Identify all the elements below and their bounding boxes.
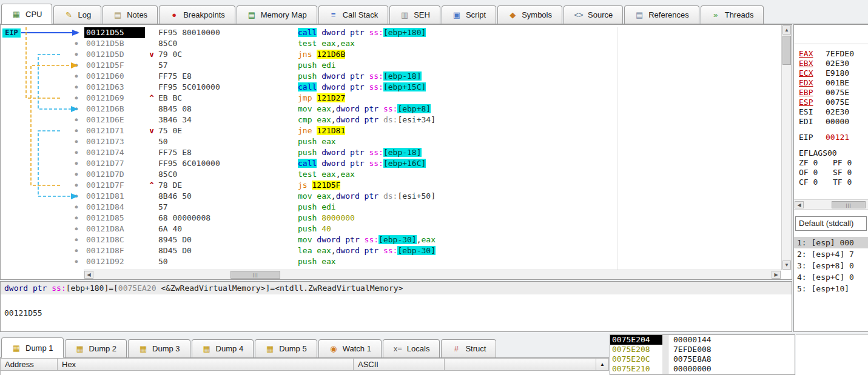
register-value[interactable]: 001BE xyxy=(826,78,849,87)
disasm-row[interactable]: ●00121D9250push eax xyxy=(1,256,781,267)
instruction-address[interactable]: 00121D6E xyxy=(84,114,145,125)
register-row[interactable]: EDX001BE xyxy=(799,78,868,88)
instruction-text[interactable]: lea eax,dword ptr ss:[ebp-30] xyxy=(298,245,781,256)
instruction-address[interactable]: 00121D81 xyxy=(84,191,145,202)
instruction-text[interactable]: push 8000000 xyxy=(298,213,781,224)
disasm-row[interactable]: ●00121D5Dv79 0Cjns 121D6B xyxy=(1,49,781,60)
instruction-bytes[interactable]: FF95 6C010000 xyxy=(158,158,298,169)
disasm-row[interactable]: ●00121D6E3B46 34cmp eax,dword ptr ds:[es… xyxy=(1,114,781,125)
instruction-text[interactable]: mov dword ptr ss:[ebp-30],eax xyxy=(298,234,781,245)
disasm-row[interactable]: ●00121D69^EB BCjmp 121D27 xyxy=(1,93,781,104)
instruction-bytes[interactable]: 6A 40 xyxy=(158,224,298,234)
instruction-text[interactable]: test eax,eax xyxy=(298,38,781,49)
instruction-text[interactable]: cmp eax,dword ptr ds:[esi+34] xyxy=(298,114,781,125)
register-row[interactable]: EBX02E30 xyxy=(799,59,868,68)
flag-value[interactable]: TF 0 xyxy=(833,178,867,187)
disasm-row[interactable]: ●00121D8568 00000008push 8000000 xyxy=(1,213,781,224)
tab-seh[interactable]: ▥SEH xyxy=(389,5,440,24)
tab-locals[interactable]: x=Locals xyxy=(383,339,440,357)
disasm-row[interactable]: ●00121D55FF95 80010000call dword ptr ss:… xyxy=(1,27,781,38)
instruction-bytes[interactable]: 50 xyxy=(158,136,298,147)
disasm-row[interactable]: ●00121D7F^78 DEjs 121D5F xyxy=(1,180,781,191)
breakpoint-dot[interactable]: ● xyxy=(69,180,84,191)
disasm-row[interactable]: ●00121D77FF95 6C010000call dword ptr ss:… xyxy=(1,158,781,169)
instruction-bytes[interactable]: 8B46 50 xyxy=(158,191,298,202)
instruction-text[interactable]: push edi xyxy=(298,60,781,71)
instruction-bytes[interactable]: 8945 D0 xyxy=(158,234,298,245)
register-row[interactable]: EDI00000 xyxy=(799,117,868,127)
instruction-address[interactable]: 00121D8C xyxy=(84,234,145,245)
stack-row[interactable]: 0075E2087EFDE008 xyxy=(610,345,795,354)
instruction-text[interactable]: push edi xyxy=(298,202,781,213)
stack-arg-row[interactable]: 5: [esp+10] xyxy=(794,283,868,294)
instruction-bytes[interactable]: 68 00000008 xyxy=(158,213,298,224)
stack-value[interactable]: 00000144 xyxy=(668,335,712,345)
breakpoint-dot[interactable]: ● xyxy=(69,60,84,71)
dump-scroll-up-icon[interactable]: ▲ xyxy=(596,358,609,371)
breakpoint-dot[interactable]: ● xyxy=(69,104,84,114)
instruction-text[interactable]: jns 121D6B xyxy=(298,49,781,60)
instruction-text[interactable]: push eax xyxy=(298,256,781,267)
register-value[interactable]: 0075E xyxy=(826,88,849,97)
tab-struct[interactable]: #Struct xyxy=(441,339,496,357)
breakpoint-dot[interactable]: ● xyxy=(69,114,84,125)
disasm-row[interactable]: ●00121D8A6A 40push 40 xyxy=(1,224,781,234)
instruction-text[interactable]: push dword ptr ss:[ebp-18] xyxy=(298,71,781,82)
breakpoint-dot[interactable]: ● xyxy=(69,93,84,104)
registers-scrollbar[interactable]: ◀ ||| xyxy=(794,199,868,210)
tab-script[interactable]: ▣Script xyxy=(442,5,496,24)
disasm-row[interactable]: ●00121D818B46 50mov eax,dword ptr ds:[es… xyxy=(1,191,781,202)
instruction-bytes[interactable]: FF95 5C010000 xyxy=(158,82,298,93)
disasm-row[interactable]: ●00121D74FF75 E8push dword ptr ss:[ebp-1… xyxy=(1,147,781,158)
breakpoint-dot[interactable]: ● xyxy=(69,158,84,169)
instruction-text[interactable]: mov eax,dword ptr ss:[ebp+8] xyxy=(298,104,781,114)
stack-address[interactable]: 0075E208 xyxy=(610,345,662,354)
disasm-vertical-scrollbar[interactable]: ▲ ▼ xyxy=(781,25,792,270)
stack-address[interactable]: 0075E210 xyxy=(610,364,662,374)
instruction-text[interactable]: push 40 xyxy=(298,224,781,234)
instruction-address[interactable]: 00121D7F xyxy=(84,180,145,191)
tab-call-stack[interactable]: ≡Call Stack xyxy=(318,5,389,24)
instruction-text[interactable]: push dword ptr ss:[ebp-18] xyxy=(298,147,781,158)
stack-address[interactable]: 0075E20C xyxy=(610,354,662,364)
register-value[interactable]: 02E30 xyxy=(826,59,849,68)
stack-arg-row[interactable]: 4: [esp+C] 0 xyxy=(794,271,868,283)
disasm-row[interactable]: ●00121D8F8D45 D0lea eax,dword ptr ss:[eb… xyxy=(1,245,781,256)
stack-arg-row[interactable]: 1: [esp] 000 xyxy=(794,237,868,248)
instruction-address[interactable]: 00121D92 xyxy=(84,256,145,267)
disasm-row[interactable]: ●00121D5B85C0test eax,eax xyxy=(1,38,781,49)
flag-value[interactable]: CF 0 xyxy=(799,178,833,187)
instruction-bytes[interactable]: 8B45 08 xyxy=(158,104,298,114)
instruction-address[interactable]: 00121D5F xyxy=(84,60,145,71)
instruction-address[interactable]: 00121D8A xyxy=(84,224,145,234)
instruction-address[interactable]: 00121D85 xyxy=(84,213,145,224)
register-row[interactable]: EIP00121 xyxy=(799,133,868,142)
disasm-row[interactable]: ●00121D7D85C0test eax,eax xyxy=(1,169,781,180)
stack-value[interactable]: 0075E8A8 xyxy=(668,354,712,364)
tab-notes[interactable]: ▤Notes xyxy=(103,5,158,24)
breakpoint-dot[interactable]: ● xyxy=(69,27,84,38)
breakpoint-dot[interactable]: ● xyxy=(69,202,84,213)
register-value[interactable]: 0075E xyxy=(826,98,849,107)
breakpoint-dot[interactable]: ● xyxy=(69,38,84,49)
tab-memory-map[interactable]: ▤Memory Map xyxy=(237,5,317,24)
breakpoint-dot[interactable]: ● xyxy=(69,191,84,202)
column-header-hex[interactable]: Hex xyxy=(58,358,354,371)
instruction-address[interactable]: 00121D8F xyxy=(84,245,145,256)
instruction-text[interactable]: js 121D5F xyxy=(298,180,781,191)
register-row[interactable]: ECXE9180 xyxy=(799,68,868,78)
hscroll-thumb[interactable]: ||| xyxy=(230,271,280,279)
instruction-text[interactable]: call dword ptr ss:[ebp+16C] xyxy=(298,158,781,169)
scroll-up-icon[interactable]: ▲ xyxy=(782,25,791,35)
instruction-text[interactable]: jmp 121D27 xyxy=(298,93,781,104)
breakpoint-dot[interactable]: ● xyxy=(69,245,84,256)
instruction-address[interactable]: 00121D7D xyxy=(84,169,145,180)
tab-dump-1[interactable]: ▦Dump 1 xyxy=(1,337,64,358)
scroll-down-icon[interactable]: ▼ xyxy=(782,261,791,270)
column-header-address[interactable]: Address xyxy=(0,358,58,371)
disasm-row[interactable]: ●00121D6B8B45 08mov eax,dword ptr ss:[eb… xyxy=(1,104,781,114)
instruction-text[interactable]: call dword ptr ss:[ebp+180] xyxy=(298,27,781,38)
stack-row[interactable]: 0075E21000000000 xyxy=(610,364,795,374)
flag-value[interactable]: PF 0 xyxy=(833,158,867,168)
flag-value[interactable]: ZF 0 xyxy=(799,158,833,168)
